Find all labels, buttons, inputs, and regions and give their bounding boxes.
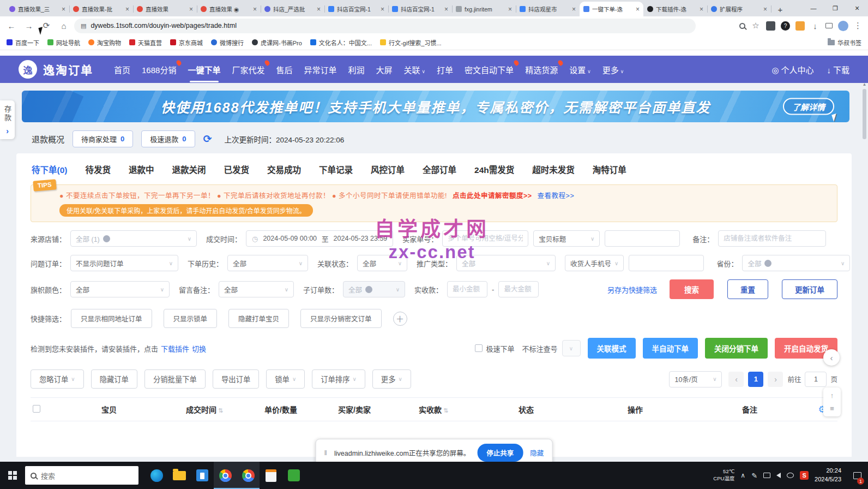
no-mark-check-select[interactable]: ∨ <box>562 340 581 356</box>
new-tab-button[interactable]: + <box>773 5 787 14</box>
browser-profile-avatar[interactable] <box>838 21 848 31</box>
refresh-icon[interactable]: ⟳ <box>203 133 212 145</box>
bookmark-item[interactable]: 天猫直营 <box>129 38 162 47</box>
order-sort-button[interactable]: 订单排序∨ <box>312 369 365 389</box>
bookmark-item[interactable]: 行文-gif搜索_习惯... <box>380 38 442 47</box>
flag-color-select[interactable]: 全部∨ <box>70 281 170 297</box>
close-distribution-order-button[interactable]: 关闭分销下单 <box>705 338 768 359</box>
quick-filter-same-address[interactable]: 只显示相同地址订单 <box>71 309 152 328</box>
suborder-count-select[interactable]: 全部∨ <box>343 281 405 297</box>
tab-close-icon[interactable]: × <box>508 5 512 13</box>
menu-list-icon[interactable]: ≡ <box>830 404 834 413</box>
tab-close-icon[interactable]: × <box>763 5 767 13</box>
volume-tray-icon[interactable] <box>776 473 781 478</box>
bookmark-item[interactable]: 网址导航 <box>47 38 80 47</box>
taskbar-app-green[interactable] <box>282 462 305 489</box>
save-quick-filter-link[interactable]: 另存为快捷筛选 <box>607 284 657 295</box>
export-orders-button[interactable]: 导出订单 <box>213 369 259 389</box>
tab-risk-orders[interactable]: 风控订单 <box>371 163 405 175</box>
window-maximize-button[interactable]: ❐ <box>824 5 846 12</box>
network-tray-icon[interactable] <box>787 473 794 478</box>
paid-max-input[interactable] <box>498 281 539 297</box>
taskbar-app-chrome-1[interactable] <box>214 462 237 489</box>
nav-item-print[interactable]: 打单 <box>437 64 453 75</box>
taskbar-app-edge[interactable] <box>145 462 168 489</box>
page-scrollbar[interactable]: ▲ <box>861 82 867 458</box>
reset-button[interactable]: 重置 <box>727 279 768 299</box>
note-input[interactable] <box>718 230 826 247</box>
tab-overdue-unshipped[interactable]: 超时未发货 <box>532 163 575 175</box>
banner-detail-button[interactable]: 了解详情 <box>783 98 834 115</box>
collapse-panel-button[interactable]: ‹ <box>823 349 840 366</box>
browser-tab[interactable]: 直播效果× <box>133 2 197 16</box>
taskbar-app-explorer[interactable] <box>168 462 191 489</box>
quick-filter-cipher-only[interactable]: 只显示分销密文订单 <box>300 309 382 328</box>
tab-refund-closed[interactable]: 退款关闭 <box>172 163 206 175</box>
start-button[interactable] <box>0 462 25 489</box>
order-history-select[interactable]: 全部∨ <box>227 255 308 271</box>
browser-tab[interactable]: 直播效果-批× <box>69 2 133 16</box>
nav-item-abnormal-orders[interactable]: 异常订单 <box>304 64 336 75</box>
tab-shipped[interactable]: 已发货 <box>224 163 250 175</box>
item-title-input[interactable] <box>605 230 680 247</box>
nav-item-one-click-order[interactable]: 一键下单 <box>188 64 220 75</box>
floating-tools-widget[interactable]: ↑ ≡ <box>823 387 841 416</box>
tab-close-icon[interactable]: × <box>317 5 321 13</box>
receiver-phone-input[interactable] <box>629 255 704 271</box>
relation-mode-button[interactable]: 关联模式 <box>588 338 636 359</box>
bookmark-item[interactable]: 淘宝购物 <box>88 38 121 47</box>
col-paid-amount[interactable]: 实收款⇅ <box>393 404 474 415</box>
next-page-button[interactable]: › <box>768 372 783 387</box>
taskbar-clock[interactable]: 20:24 2024/5/23 <box>815 467 841 484</box>
download-plugin-link[interactable]: 下载插件 <box>161 343 189 354</box>
sort-icon[interactable]: ⇅ <box>443 407 448 414</box>
tab-close-icon[interactable]: × <box>636 5 640 13</box>
pending-merchant-button[interactable]: 待商家处理0 <box>73 130 133 147</box>
tips-apply-quota-link[interactable]: 点击此处申请解密额度>> <box>453 192 532 200</box>
nav-item-more[interactable]: 更多∨ <box>602 64 624 75</box>
bookmark-item[interactable]: 百度一下 <box>7 38 39 47</box>
download-link[interactable]: ↓下载 <box>827 64 849 75</box>
browser-tab[interactable]: 抖店百宝网-1× <box>388 2 452 16</box>
tab-close-icon[interactable]: × <box>700 5 703 13</box>
taskbar-search-box[interactable]: 搜索 <box>25 466 138 485</box>
tab-close-icon[interactable]: × <box>381 5 384 13</box>
promo-type-select[interactable]: 全部∨ <box>456 255 556 271</box>
relation-status-select[interactable]: 全部∨ <box>357 255 407 271</box>
help-extension-icon[interactable]: ? <box>781 21 790 31</box>
tab-24h-ship[interactable]: 24h需发货 <box>474 163 514 175</box>
tab-order-history[interactable]: 下单记录 <box>319 163 353 175</box>
tab-close-icon[interactable]: × <box>125 5 129 13</box>
nav-item-home[interactable]: 首页 <box>114 64 130 75</box>
zoom-icon[interactable] <box>739 23 745 29</box>
browser-menu-icon[interactable]: ⋮ <box>854 21 861 31</box>
taskbar-app-store[interactable] <box>191 462 214 489</box>
browser-tab[interactable]: 抖店_严选批× <box>261 2 324 16</box>
browser-tab-active[interactable]: 一键下单-逸× <box>580 2 643 16</box>
tab-close-icon[interactable]: × <box>444 5 448 13</box>
nav-item-selected-supply[interactable]: 精选货源 <box>525 64 558 75</box>
address-bar[interactable]: ▤ dywebs.1tsoft.com/douyin-web/pages/tra… <box>74 19 696 33</box>
notification-center-button[interactable]: 1 <box>847 462 867 489</box>
tab-completed[interactable]: 交易成功 <box>267 163 301 175</box>
buyer-order-no-input[interactable] <box>442 230 528 247</box>
bookmark-item[interactable]: 文化名人：中国文... <box>310 38 372 47</box>
ignore-orders-button[interactable]: 忽略订单∨ <box>31 369 84 389</box>
lock-order-button[interactable]: 锁单∨ <box>266 369 305 389</box>
tab-to-ship[interactable]: 待发货 <box>85 163 111 175</box>
window-close-button[interactable]: × <box>846 4 868 13</box>
forward-icon[interactable]: → <box>22 21 36 31</box>
side-panel-icon[interactable] <box>825 23 833 28</box>
taskbar-app-chrome-2[interactable] <box>237 462 260 489</box>
browser-tab[interactable]: 下载插件-逸× <box>643 2 707 16</box>
hide-share-bar-link[interactable]: 隐藏 <box>530 448 544 458</box>
receiver-phone-select[interactable]: 收货人手机号∨ <box>565 255 624 271</box>
goto-page-input[interactable] <box>805 372 827 387</box>
select-all-checkbox[interactable] <box>33 405 40 413</box>
tab-all-orders[interactable]: 全部订单 <box>423 163 456 175</box>
nav-item-profit[interactable]: 利润 <box>348 64 364 75</box>
tips-tutorial-link[interactable]: 查看教程>> <box>538 192 575 200</box>
switch-plugin-link[interactable]: 切换 <box>192 343 206 354</box>
nav-item-factory-dropship[interactable]: 厂家代发 <box>232 64 264 75</box>
tab-close-icon[interactable]: × <box>62 5 65 13</box>
